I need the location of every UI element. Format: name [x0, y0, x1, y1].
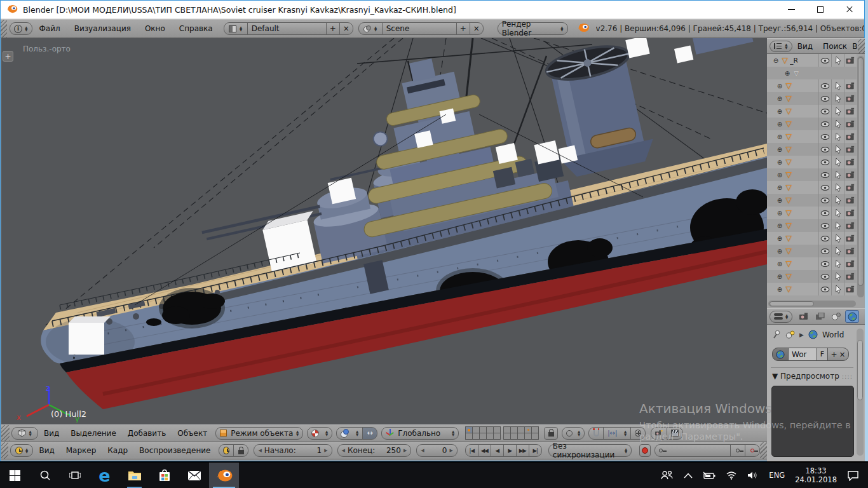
selectability-cursor-icon[interactable] [831, 168, 844, 181]
playback-button[interactable]: ▶ [503, 444, 517, 457]
toolshelf-expand-button[interactable]: + [3, 51, 13, 62]
renderability-camera-icon[interactable] [844, 79, 857, 92]
expander-icon[interactable]: ⊕ [776, 222, 783, 229]
renderability-camera-icon[interactable] [844, 168, 857, 181]
selectability-cursor-icon[interactable] [831, 257, 844, 270]
pin-icon[interactable] [772, 330, 781, 339]
screen-layout-icon-button[interactable]: ▲▼ [224, 22, 248, 35]
menu-help[interactable]: Справка [172, 24, 220, 33]
taskbar-clock[interactable]: 18:33 24.01.2018 [795, 466, 837, 484]
layer-cell[interactable] [480, 433, 486, 439]
menu-window[interactable]: Окно [138, 24, 172, 33]
visibility-eye-icon[interactable] [818, 232, 831, 245]
layer-cell[interactable] [532, 433, 538, 439]
visibility-eye-icon[interactable] [818, 92, 831, 105]
layer-cell[interactable] [466, 433, 472, 439]
viewport-3d[interactable]: Польз.-орто + z x y (0) Hull2 [1, 38, 767, 424]
layer-cell[interactable] [494, 427, 500, 433]
playback-button[interactable]: ▶| [529, 444, 542, 457]
layer-cell[interactable] [473, 427, 479, 433]
tab-world[interactable] [845, 310, 859, 323]
lock-layers-button[interactable] [544, 427, 558, 440]
manipulator-toggle[interactable]: ↔ [362, 427, 377, 440]
layer-cell[interactable] [511, 427, 517, 433]
expander-icon[interactable]: ⊕ [776, 286, 783, 293]
outliner-row[interactable]: ⊕ ▽ [767, 118, 857, 130]
outliner-row[interactable]: ⊕ ▽ [767, 219, 857, 232]
layer-cell[interactable] [518, 427, 524, 433]
editor-type-button[interactable]: i ▲▼ [10, 22, 32, 35]
selectability-cursor-icon[interactable] [831, 245, 844, 257]
snap-toggle[interactable] [588, 427, 604, 440]
blender-taskbar-button[interactable] [209, 463, 239, 488]
snap-element-dropdown[interactable]: |↔| ▲▼ [603, 427, 631, 440]
renderability-camera-icon[interactable] [844, 156, 857, 168]
visibility-eye-icon[interactable] [818, 270, 831, 283]
outliner-row[interactable]: ⊕ ▽ [767, 67, 857, 79]
preview-range-button[interactable] [219, 444, 234, 457]
editor-corner-grip[interactable] [1, 425, 10, 441]
expander-icon[interactable]: ⊕ [776, 95, 783, 102]
selectability-cursor-icon[interactable] [831, 207, 844, 219]
layers-group-1[interactable] [465, 426, 501, 440]
playback-button[interactable]: ◀◀ [478, 444, 491, 457]
visibility-eye-icon[interactable] [818, 257, 831, 270]
task-view-button[interactable] [60, 463, 90, 488]
view3d-menu-object[interactable]: Объект [172, 429, 213, 438]
selectability-cursor-icon[interactable] [831, 270, 844, 283]
tab-render-layers[interactable] [813, 310, 827, 323]
outliner-row[interactable]: ⊕ ▽ [767, 283, 857, 295]
outliner-row[interactable]: ⊕ ▽ [767, 257, 857, 270]
add-scene-button[interactable]: + [456, 22, 470, 35]
people-icon[interactable] [661, 470, 674, 480]
snap-target-button[interactable] [630, 427, 646, 440]
outliner-menu-view[interactable]: Вид [792, 42, 818, 51]
action-center-icon[interactable] [847, 470, 859, 481]
tab-render[interactable] [797, 310, 811, 323]
outliner-row[interactable]: ⊕ ▽ [767, 105, 857, 118]
properties-editor-type-button[interactable]: ▲▼ [770, 311, 792, 323]
language-indicator[interactable]: ENG [769, 471, 785, 480]
layers-group-2[interactable] [503, 426, 539, 440]
selectability-cursor-icon[interactable] [831, 118, 844, 130]
renderability-camera-icon[interactable] [844, 143, 857, 156]
timeline-menu-marker[interactable]: Маркер [60, 446, 102, 455]
render-engine-dropdown[interactable]: Рендер Blender ▲▼ [498, 22, 568, 35]
selectability-cursor-icon[interactable] [831, 232, 844, 245]
scene-breadcrumb-icon[interactable] [785, 330, 795, 339]
visibility-eye-icon[interactable] [818, 245, 831, 257]
mail-button[interactable] [179, 463, 209, 488]
renderability-camera-icon[interactable] [844, 283, 857, 295]
expander-icon[interactable]: ⊕ [776, 159, 783, 166]
renderability-camera-icon[interactable] [844, 270, 857, 283]
outliner-row[interactable]: ⊕ ▽ [767, 270, 857, 283]
visibility-eye-icon[interactable] [818, 156, 831, 168]
scene-icon-button[interactable]: ▲▼ [358, 22, 383, 35]
wifi-icon[interactable] [726, 471, 737, 480]
timeline-menu-playback[interactable]: Воспроизведение [133, 446, 216, 455]
fake-user-button[interactable]: F [817, 348, 828, 361]
visibility-eye-icon[interactable] [818, 105, 831, 118]
minimize-button[interactable] [776, 1, 806, 18]
expander-icon[interactable]: ⊕ [776, 172, 783, 179]
visibility-eye-icon[interactable] [818, 143, 831, 156]
visibility-eye-icon[interactable] [818, 207, 831, 219]
outliner-row[interactable]: ⊕ ▽ [767, 181, 857, 194]
selectability-cursor-icon[interactable] [831, 143, 844, 156]
layer-cell[interactable] [504, 427, 510, 433]
expander-icon[interactable]: ⊕ [776, 235, 783, 242]
outliner-row[interactable]: ⊕ ▽ [767, 79, 857, 92]
selectability-cursor-icon[interactable] [831, 194, 844, 207]
expander-icon[interactable]: ⊕ [776, 121, 783, 128]
selectability-cursor-icon[interactable] [831, 92, 844, 105]
layer-cell[interactable] [466, 427, 472, 433]
pivot-point-dropdown[interactable]: ▲▼ [336, 427, 363, 440]
layer-cell[interactable] [487, 427, 493, 433]
timeline-menu-view[interactable]: Вид [33, 446, 60, 455]
expander-icon[interactable]: ⊕ [776, 248, 783, 255]
expander-icon[interactable]: ⊕ [776, 133, 783, 140]
menu-file[interactable]: Файл [32, 24, 67, 33]
sync-dropdown[interactable]: Без синхронизации ▲▼ [548, 444, 632, 457]
visibility-eye-icon[interactable] [818, 283, 831, 295]
outliner-row[interactable]: ⊖ ▽ _RC [767, 54, 857, 67]
